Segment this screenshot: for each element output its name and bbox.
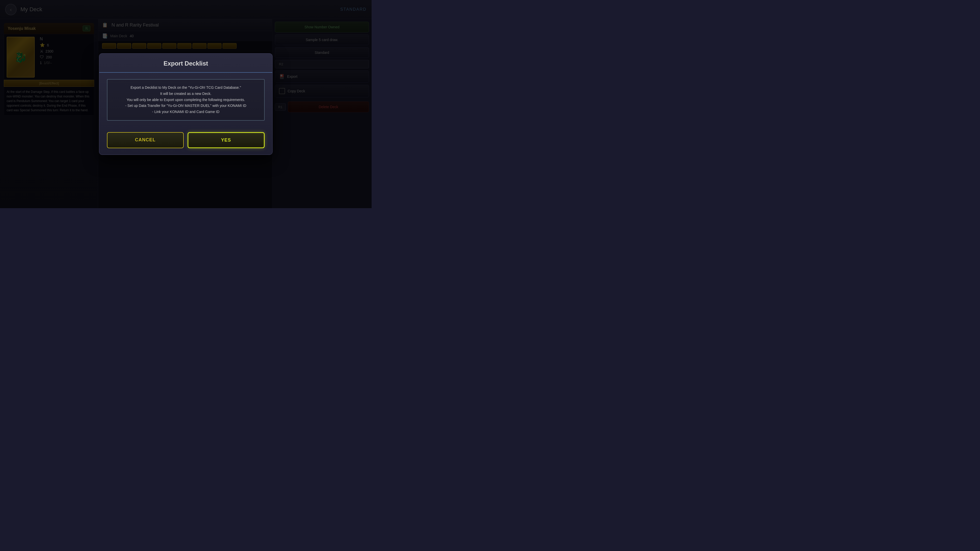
modal-overlay: Export Decklist Export a Decklist to My …	[0, 0, 372, 208]
modal-line1: Export a Decklist to My Deck on the "Yu-…	[113, 85, 259, 91]
cancel-button[interactable]: CANCEL	[107, 132, 184, 148]
modal-line2: It will be created as a new Deck.	[113, 91, 259, 97]
modal-buttons: CANCEL YES	[99, 127, 272, 155]
modal-line4: - Set up Data Transfer for "Yu-Gi-Oh! MA…	[113, 103, 259, 109]
modal-line3: You will only be able to Export upon com…	[113, 97, 259, 103]
modal-body: Export a Decklist to My Deck on the "Yu-…	[99, 73, 272, 127]
export-modal: Export Decklist Export a Decklist to My …	[99, 53, 272, 155]
modal-content-box: Export a Decklist to My Deck on the "Yu-…	[107, 79, 265, 121]
modal-title: Export Decklist	[164, 60, 208, 67]
yes-button[interactable]: YES	[188, 132, 265, 148]
modal-title-bar: Export Decklist	[99, 54, 272, 73]
modal-line5: - Link your KONAMI ID and Card Game ID	[113, 109, 259, 115]
